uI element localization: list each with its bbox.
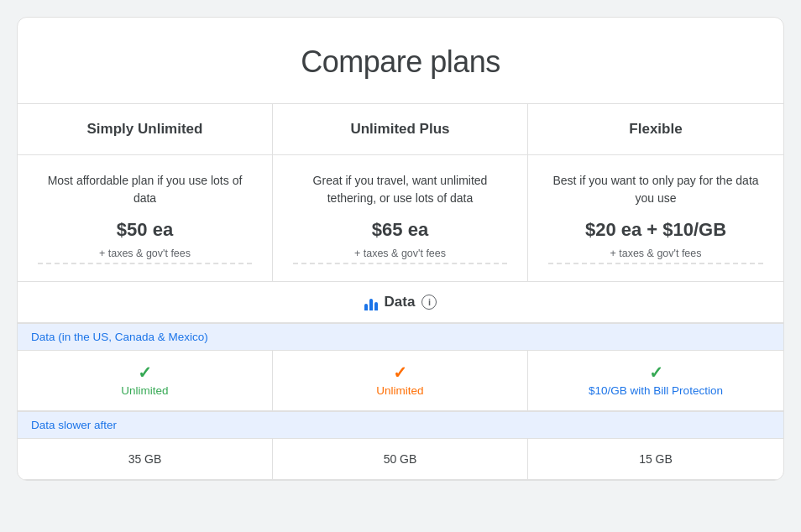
page-title: Compare plans — [34, 44, 767, 80]
plans-detail-row: Most affordable plan if you use lots of … — [18, 155, 783, 282]
feature-label-flexible-data: $10/GB with Bill Protection — [589, 384, 723, 397]
category-data-slower-after: Data slower after — [18, 411, 783, 439]
plan-header-simply-unlimited: Simply Unlimited — [18, 104, 273, 154]
feature-label-unlimited-plus-data: Unlimited — [376, 384, 423, 397]
data-section-header: Data i — [18, 282, 783, 323]
plan-header-flexible: Flexible — [528, 104, 783, 154]
plan-price-simply-unlimited: $50 ea — [117, 219, 173, 241]
compare-plans-container: Compare plans Simply Unlimited Unlimited… — [17, 17, 784, 481]
plan-desc-unlimited-plus: Great if you travel, want unlimited teth… — [293, 172, 507, 207]
plan-price-unlimited-plus: $65 ea — [372, 219, 428, 241]
check-icon-unlimited-plus: ✓ — [393, 364, 407, 381]
check-icon-flexible: ✓ — [649, 364, 663, 381]
feature-cell-unlimited-plus-slower: 50 GB — [273, 439, 528, 479]
plan-desc-simply-unlimited: Most affordable plan if you use lots of … — [38, 172, 252, 207]
feature-cell-simply-unlimited-slower: 35 GB — [18, 439, 273, 479]
feature-row-data-slower: 35 GB 50 GB 15 GB — [18, 439, 783, 480]
category-data-us-canada-mexico: Data (in the US, Canada & Mexico) — [18, 323, 783, 351]
feature-cell-simply-unlimited-data: ✓ Unlimited — [18, 351, 273, 410]
plan-detail-flexible: Best if you want to only pay for the dat… — [528, 155, 783, 281]
feature-row-data-unlimited: ✓ Unlimited ✓ Unlimited ✓ $10/GB with Bi… — [18, 351, 783, 411]
feature-cell-flexible-slower: 15 GB — [528, 439, 783, 479]
feature-value-flexible-slower: 15 GB — [639, 452, 673, 466]
plan-price-sub-unlimited-plus: + taxes & gov't fees — [293, 248, 507, 264]
feature-value-unlimited-plus-slower: 50 GB — [384, 452, 417, 466]
plan-detail-simply-unlimited: Most affordable plan if you use lots of … — [18, 155, 273, 281]
plan-price-sub-flexible: + taxes & gov't fees — [548, 248, 763, 264]
plan-price-flexible: $20 ea + $10/GB — [585, 219, 726, 241]
plan-detail-unlimited-plus: Great if you travel, want unlimited teth… — [273, 155, 528, 281]
data-section-label: Data — [385, 294, 416, 310]
plan-header-unlimited-plus: Unlimited Plus — [273, 104, 528, 154]
plan-desc-flexible: Best if you want to only pay for the dat… — [548, 172, 763, 207]
feature-cell-unlimited-plus-data: ✓ Unlimited — [273, 351, 528, 410]
data-bar-chart-icon — [364, 294, 378, 310]
feature-cell-flexible-data: ✓ $10/GB with Bill Protection — [528, 351, 783, 410]
feature-value-simply-unlimited-slower: 35 GB — [128, 452, 162, 466]
info-icon[interactable]: i — [421, 295, 437, 310]
plans-header-row: Simply Unlimited Unlimited Plus Flexible — [18, 104, 783, 155]
check-icon-simply-unlimited: ✓ — [138, 364, 152, 381]
feature-label-simply-unlimited-data: Unlimited — [121, 384, 168, 397]
plan-price-sub-simply-unlimited: + taxes & gov't fees — [38, 248, 252, 264]
title-section: Compare plans — [18, 18, 783, 104]
